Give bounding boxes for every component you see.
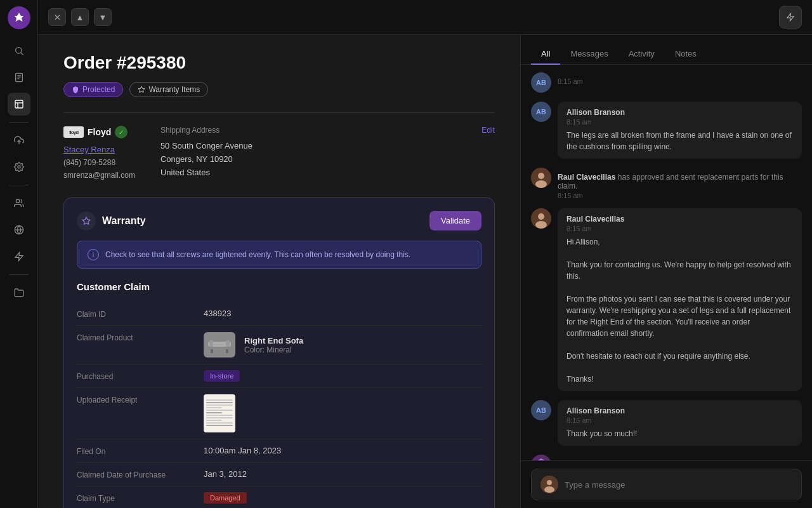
validate-button[interactable]: Validate xyxy=(429,211,481,231)
right-panel: All Messages Activity Notes AB 8:15 am A… xyxy=(520,35,812,508)
star-icon xyxy=(138,86,145,93)
receipt-line xyxy=(206,402,233,403)
order-info: floyd Floyd ✓ Stacey Renza (845) 709-528… xyxy=(63,126,495,180)
sidebar-item-users[interactable] xyxy=(8,192,30,215)
svg-marker-14 xyxy=(15,252,23,260)
product-image xyxy=(204,332,235,358)
activity-row: Raul Clavecillas has approved and sent r… xyxy=(531,168,802,199)
receipt-line xyxy=(206,407,222,408)
receipt-line xyxy=(206,425,233,426)
tab-messages[interactable]: Messages xyxy=(560,44,618,65)
svg-marker-15 xyxy=(787,13,794,21)
claim-value-purchased: In-store xyxy=(204,371,481,380)
customer-phone: (845) 709-5288 xyxy=(63,158,135,167)
vendor-logo-img: floyd xyxy=(63,126,84,138)
sidebar-item-receipt[interactable] xyxy=(8,66,30,89)
sidebar-item-settings[interactable] xyxy=(8,156,30,178)
receipt-line xyxy=(206,415,233,416)
warranty-title: Warranty xyxy=(102,215,146,227)
message-input[interactable] xyxy=(565,480,792,490)
tab-notes[interactable]: Notes xyxy=(665,44,707,65)
shield-icon xyxy=(72,86,79,93)
product-color: Color: Mineral xyxy=(244,345,303,354)
claim-key-purchase-date: Claimed Date of Purchase xyxy=(77,469,204,479)
message-text: Hi Allison,Thank you for contacting us. … xyxy=(566,236,793,385)
warranty-title-wrap: Warranty xyxy=(77,211,146,231)
svg-point-29 xyxy=(535,221,547,229)
sidebar xyxy=(0,0,38,508)
receipt-image[interactable] xyxy=(204,394,235,432)
message-bubble: Allison Branson 8:15 am Thank you so muc… xyxy=(558,400,802,446)
claim-value-purchase-date: Jan 3, 2012 xyxy=(204,469,481,479)
product-details: Right End Sofa Color: Mineral xyxy=(244,336,303,354)
left-panel: Order #295380 Protected Warranty Items xyxy=(38,35,520,508)
vendor-logo-row: floyd Floyd ✓ xyxy=(63,126,135,138)
message-time: 8:15 am xyxy=(566,417,793,424)
receipt-line xyxy=(206,417,233,418)
vendor-verified-icon: ✓ xyxy=(115,126,128,138)
svg-point-11 xyxy=(16,199,19,203)
activity-actor: Raul Clavecillas xyxy=(558,173,615,182)
claim-value-type: Damaged xyxy=(204,493,481,502)
claim-row-purchase-date: Claimed Date of Purchase Jan 3, 2012 xyxy=(77,463,481,486)
message-input-area xyxy=(521,460,812,508)
message-time: 8:15 am xyxy=(558,77,583,85)
claim-row-filed: Filed On 10:00am Jan 8, 2023 xyxy=(77,439,481,463)
sidebar-divider-2 xyxy=(10,185,29,185)
receipt-line xyxy=(206,399,233,401)
svg-line-1 xyxy=(21,53,23,55)
message-row: Raul Clavecillas 8:15 am Hi Allison,Than… xyxy=(531,208,802,391)
avatar: AB xyxy=(531,72,551,93)
sidebar-item-bolt[interactable] xyxy=(8,245,30,268)
message-row: AB Allison Branson 8:15 am Thank you so … xyxy=(531,400,802,446)
message-sender: Raul Clavecillas xyxy=(566,215,793,224)
badge-protected: Protected xyxy=(63,82,123,97)
purchased-tag: In-store xyxy=(204,370,240,382)
receipt-line xyxy=(206,404,233,406)
avatar xyxy=(531,208,551,229)
sidebar-item-search[interactable] xyxy=(8,39,30,62)
claim-key-type: Claim Type xyxy=(77,493,204,503)
shipping-address: 50 South Conger Avenue Congers, NY 10920… xyxy=(160,140,495,179)
customer-name-link[interactable]: Stacey Renza xyxy=(63,145,135,154)
shipping-line3: United States xyxy=(160,166,495,180)
shipping-header: Shipping Address Edit xyxy=(160,126,495,135)
claim-value-filed: 10:00am Jan 8, 2023 xyxy=(204,446,481,455)
claim-row-purchased: Purchased In-store xyxy=(77,364,481,388)
claim-key-filed: Filed On xyxy=(77,446,204,456)
message-input-wrap xyxy=(531,469,802,500)
message-sender: Allison Branson xyxy=(566,108,793,117)
message-sender: Allison Branson xyxy=(566,406,793,415)
activity-text: Raul Clavecillas has approved and sent r… xyxy=(558,168,802,199)
claim-key-purchased: Purchased xyxy=(77,371,204,381)
sidebar-item-globe[interactable] xyxy=(8,218,30,241)
product-name: Right End Sofa xyxy=(244,336,303,345)
sender-avatar xyxy=(540,476,558,493)
avatar: AB xyxy=(531,102,551,122)
close-button[interactable]: ✕ xyxy=(48,8,66,26)
tab-activity[interactable]: Activity xyxy=(619,44,665,65)
up-button[interactable]: ▲ xyxy=(71,8,89,26)
receipt-line xyxy=(206,420,222,421)
claim-section-title: Customer Claim xyxy=(77,281,481,292)
message-row: AB Allison Branson 8:15 am The legs are … xyxy=(531,102,802,159)
message-time: 8:15 am xyxy=(566,118,793,126)
sidebar-divider-1 xyxy=(10,122,29,123)
down-button[interactable]: ▼ xyxy=(94,8,112,26)
claim-row-type: Claim Type Damaged xyxy=(77,486,481,508)
svg-point-28 xyxy=(538,213,544,220)
sidebar-item-upload[interactable] xyxy=(8,129,30,152)
avatar xyxy=(531,455,551,460)
svg-marker-17 xyxy=(82,217,90,224)
edit-shipping-link[interactable]: Edit xyxy=(481,126,495,135)
warranty-star-icon xyxy=(77,211,96,231)
sidebar-item-folder[interactable] xyxy=(8,281,30,304)
bolt-button[interactable] xyxy=(779,6,802,29)
claim-type-tag: Damaged xyxy=(204,492,247,504)
message-time: 8:15 am xyxy=(566,225,793,232)
shipping-line1: 50 South Conger Avenue xyxy=(160,140,495,153)
sidebar-item-orders[interactable] xyxy=(8,93,30,116)
claim-value-receipt xyxy=(204,394,481,432)
tab-all[interactable]: All xyxy=(531,44,560,65)
sidebar-logo[interactable] xyxy=(8,6,30,29)
